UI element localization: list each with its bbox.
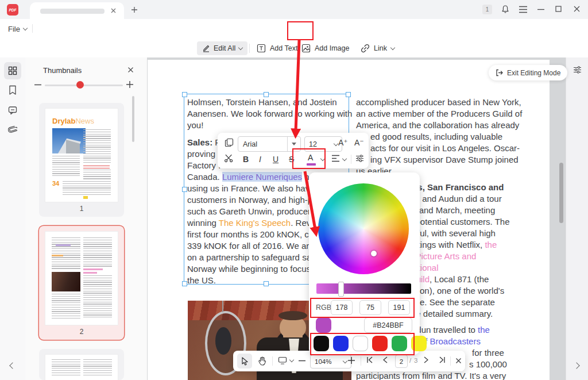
more-settings-icon[interactable] — [355, 154, 364, 163]
alignment-dropdown-icon[interactable] — [342, 156, 347, 161]
next-page-button[interactable] — [424, 356, 429, 363]
brightness-slider-track[interactable] — [316, 283, 411, 294]
thumbnails-panel-button-active[interactable] — [4, 62, 21, 79]
add-image-icon — [301, 44, 311, 53]
thumbnails-panel: Thumbnails DrylabNews 34 1 — [25, 57, 148, 380]
presentation-mode-icon[interactable] — [278, 356, 287, 364]
thumbnail-page-3[interactable] — [39, 349, 124, 380]
font-size-select[interactable]: 12 — [304, 136, 342, 152]
preset-color-white[interactable] — [353, 336, 368, 351]
frame-handle[interactable] — [264, 92, 269, 97]
new-tab-icon[interactable] — [131, 6, 138, 13]
hand-tool-icon[interactable] — [258, 356, 266, 366]
color-picker-popup: RGB 178 75 191 #B24BBF — [309, 172, 420, 355]
account-badge[interactable]: 1 — [482, 5, 492, 14]
collapse-sidebar-icon[interactable] — [9, 362, 16, 369]
tab-strip: PDF 1 — [0, 0, 588, 19]
rgb-b-input[interactable]: 191 — [388, 300, 410, 315]
file-menu[interactable]: File — [8, 24, 27, 34]
thumbnail-page-2-selected[interactable]: 2 — [39, 226, 124, 340]
rgb-g-input[interactable]: 75 — [359, 300, 381, 315]
frame-handle[interactable] — [182, 281, 187, 286]
font-family-select[interactable]: Arial — [238, 136, 301, 152]
exit-editing-mode-button[interactable]: Exit Editing Mode — [489, 65, 567, 80]
document-scrollbar-handle[interactable] — [559, 163, 563, 223]
bold-button[interactable]: B — [243, 155, 249, 164]
increase-font-button[interactable]: A⁺ — [338, 138, 348, 147]
alignment-button[interactable] — [331, 155, 340, 162]
thumbnail-zoom-out-icon[interactable] — [34, 84, 41, 86]
tab-close-icon[interactable] — [110, 7, 117, 14]
color-wheel-selector[interactable] — [371, 251, 377, 256]
thumbnails-grid-icon — [8, 66, 17, 75]
first-page-button[interactable] — [366, 356, 373, 363]
color-wheel[interactable] — [318, 183, 409, 274]
font-color-dropdown-icon[interactable] — [320, 156, 325, 161]
left-rail — [0, 57, 25, 380]
window-maximize-icon[interactable] — [555, 6, 562, 12]
zoom-out-icon[interactable] — [299, 360, 305, 362]
doc-line: s 100,000 — [469, 359, 507, 370]
exit-editing-label: Exit Editing Mode — [507, 69, 560, 77]
window-close-icon[interactable] — [574, 6, 580, 12]
preset-color-green[interactable] — [392, 336, 407, 351]
preset-color-blue[interactable] — [333, 336, 349, 351]
doc-line: participants from film and TV. It's a ve… — [356, 370, 506, 380]
comments-panel-icon[interactable] — [8, 106, 17, 115]
hamburger-menu-icon[interactable] — [519, 6, 528, 13]
last-page-button[interactable] — [439, 356, 446, 363]
preset-color-red[interactable] — [372, 336, 388, 351]
properties-sliders-icon[interactable] — [573, 66, 582, 74]
brightness-slider-handle[interactable] — [338, 282, 344, 297]
preset-color-black[interactable] — [314, 336, 329, 351]
thumbnail-page-1[interactable]: DrylabNews 34 1 — [39, 103, 124, 217]
frame-handle[interactable] — [346, 92, 351, 97]
doc-line: ed good results, including valuable — [370, 131, 502, 143]
doc-line: acts for our visit in Los Angeles. Oscar… — [370, 143, 520, 154]
hex-input[interactable]: #B24BBF — [364, 317, 412, 333]
current-page-input[interactable]: 2 — [395, 355, 408, 368]
font-family-dropdown[interactable] — [287, 137, 300, 151]
font-color-button[interactable]: A — [304, 152, 319, 167]
underline-button[interactable]: U — [273, 155, 278, 164]
previous-page-button[interactable] — [382, 356, 388, 363]
thumbnail-zoom-in-icon[interactable] — [126, 81, 133, 88]
expand-right-panel-icon[interactable] — [573, 362, 579, 369]
document-tab[interactable] — [30, 2, 124, 19]
preset-color-yellow[interactable] — [411, 336, 427, 351]
zoom-level-select[interactable]: 104% — [310, 355, 351, 369]
window-minimize-icon[interactable] — [537, 9, 544, 10]
panel-scrollbar[interactable] — [132, 96, 134, 142]
attachments-panel-icon[interactable] — [8, 125, 17, 136]
strikethrough-button[interactable]: S — [289, 155, 294, 164]
cursor-icon — [241, 357, 249, 366]
menu-bar: File View Annotate Edit Page Protect — [0, 19, 588, 38]
select-tool-button-active[interactable] — [237, 354, 252, 369]
font-color-bar — [307, 163, 316, 166]
rgb-r-input[interactable]: 178 — [331, 300, 353, 315]
thumbnail-size-slider-handle[interactable] — [76, 81, 84, 89]
edit-all-button[interactable]: Edit All — [197, 41, 247, 55]
total-pages: 3 — [414, 357, 417, 364]
panel-close-icon[interactable] — [127, 67, 134, 73]
frame-handle[interactable] — [182, 187, 187, 192]
decrease-font-button[interactable]: A⁻ — [354, 138, 364, 147]
notification-bell-icon[interactable] — [501, 5, 510, 14]
zoom-in-icon[interactable] — [348, 357, 355, 364]
thumbnail-size-slider-track[interactable] — [45, 85, 123, 86]
italic-button[interactable]: I — [259, 155, 261, 164]
close-toolbar-icon[interactable] — [455, 358, 462, 364]
add-image-button[interactable]: Add Image — [301, 41, 349, 55]
edit-all-label: Edit All — [214, 44, 235, 52]
copy-icon[interactable] — [225, 138, 234, 147]
edit-ribbon: Edit All Add Text Add Image Link — [0, 38, 588, 58]
add-text-button[interactable]: Add Text — [257, 41, 297, 55]
bookmarks-panel-icon[interactable] — [8, 85, 17, 95]
link-button[interactable]: Link — [361, 41, 394, 55]
frame-handle[interactable] — [182, 92, 187, 97]
presentation-dropdown-icon[interactable] — [289, 358, 294, 362]
thumb2-photo — [52, 272, 80, 291]
rgb-label: RGB — [316, 304, 331, 312]
frame-handle[interactable] — [264, 281, 269, 286]
cut-scissors-icon[interactable] — [224, 153, 234, 163]
